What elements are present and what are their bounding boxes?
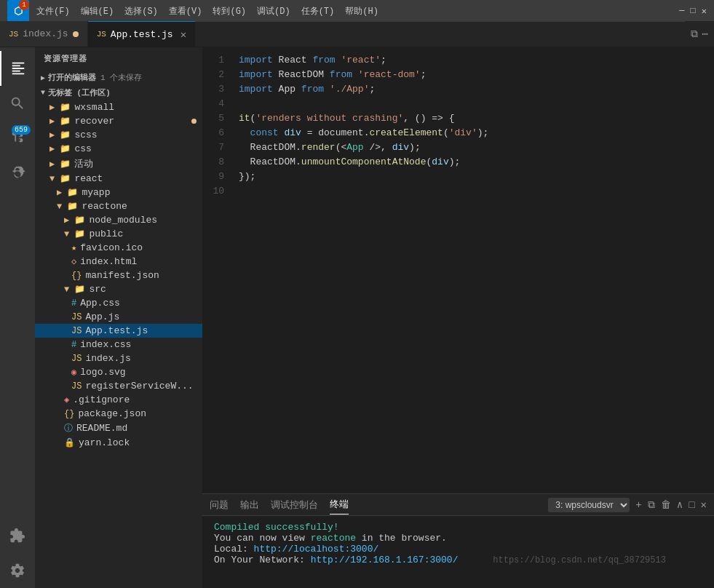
tree-item-wxsmall[interactable]: ▶ 📁 wxsmall (35, 100, 202, 114)
git-badge: 659 (12, 125, 31, 135)
tree-item-label: README.md (76, 423, 202, 434)
code-line-6: 6 const div = document.createElement('di… (202, 126, 714, 140)
tree-item-scss[interactable]: ▶ 📁 scss (35, 128, 202, 142)
svg-icon: ◉ (71, 367, 76, 378)
open-editors-label: 打开的编辑器 (48, 72, 96, 83)
workspace-chevron: ▼ (41, 89, 45, 97)
tab-bar: JS index.js JS App.test.js ✕ ⧉ ⋯ (0, 22, 714, 47)
maximize-terminal-btn[interactable]: □ (689, 499, 694, 511)
menu-view[interactable]: 查看(V) (169, 5, 202, 17)
line-number: 6 (202, 126, 239, 140)
tree-item-public[interactable]: ▼ 📁 public (35, 227, 202, 241)
js-icon: JS (71, 312, 82, 322)
open-editors-chevron: ▶ (41, 74, 45, 82)
activity-explorer[interactable] (0, 51, 35, 86)
tree-item-reactone[interactable]: ▼ 📁 reactone (35, 199, 202, 213)
tree-item-favicon[interactable]: ★ favicon.ico (35, 241, 202, 255)
terminal-tab-output[interactable]: 输出 (240, 496, 259, 514)
close-terminal-btn[interactable]: ✕ (701, 498, 707, 511)
terminal-tab-problems[interactable]: 问题 (210, 496, 229, 514)
code-text (239, 97, 245, 111)
line-number: 1 (202, 53, 239, 68)
tree-item-index-js[interactable]: JS index.js (35, 351, 202, 365)
tree-item-app-test-js[interactable]: JS App.test.js (35, 324, 202, 338)
delete-terminal-btn[interactable]: 🗑 (661, 499, 671, 511)
tree-item-label: yarn.lock (79, 437, 202, 448)
tree-item-react[interactable]: ▼ 📁 react (35, 172, 202, 186)
split-editor-btn[interactable]: ⧉ (691, 28, 698, 40)
line-number: 8 (202, 155, 239, 170)
file-tree: ▶ 📁 wxsmall ▶ 📁 recover ▶ 📁 scss ▶ 📁 css (35, 100, 202, 588)
line-number: 3 (202, 82, 239, 97)
terminal-tab-terminal[interactable]: 终端 (330, 495, 349, 514)
tree-item-index-css[interactable]: # index.css (35, 338, 202, 351)
tree-item-label: manifest.json (85, 270, 202, 281)
tree-item-manifest-json[interactable]: {} manifest.json (35, 269, 202, 282)
code-line-9: 9 }); (202, 170, 714, 184)
activity-git[interactable]: 659 (0, 121, 35, 156)
split-terminal-btn[interactable]: ⧉ (648, 499, 655, 511)
tree-item-yarn-lock[interactable]: 🔒 yarn.lock (35, 436, 202, 450)
tree-item-app-js[interactable]: JS App.js (35, 310, 202, 324)
activity-bar: 659 (0, 47, 35, 588)
new-terminal-btn[interactable]: + (635, 499, 641, 511)
code-text (239, 184, 245, 199)
code-text: ReactDOM.render(<App />, div); (239, 140, 421, 155)
tree-item-label: scss (74, 130, 202, 140)
code-line-10: 10 (202, 184, 714, 199)
minimize-btn[interactable]: ─ (679, 6, 684, 17)
menu-task[interactable]: 任务(T) (301, 5, 335, 17)
menu-select[interactable]: 选择(S) (124, 5, 158, 17)
more-actions-btn[interactable]: ⋯ (702, 28, 708, 40)
tab-label: index.js (23, 28, 68, 39)
tree-item-label: reactone (82, 201, 202, 212)
menu-help[interactable]: 帮助(H) (345, 5, 378, 17)
tree-item-label: react (74, 173, 202, 184)
open-editors-section[interactable]: ▶ 打开的编辑器 1 个未保存 (35, 70, 202, 85)
tree-item-gitignore[interactable]: ◈ .gitignore (35, 393, 202, 407)
tree-item-app-css[interactable]: # App.css (35, 296, 202, 310)
tree-item-label: public (89, 229, 202, 239)
titlebar: ⬡ 1 文件(F) 编辑(E) 选择(S) 查看(V) 转到(G) 调试(D) … (0, 0, 714, 22)
menu-debug[interactable]: 调试(D) (257, 5, 290, 17)
editor-content[interactable]: 1 import React from 'react'; 2 import Re… (202, 47, 714, 493)
activity-settings[interactable] (0, 553, 35, 588)
tree-item-css[interactable]: ▶ 📁 css (35, 142, 202, 156)
menu-bar: 文件(F) 编辑(E) 选择(S) 查看(V) 转到(G) 调试(D) 任务(T… (36, 5, 378, 17)
tree-item-myapp[interactable]: ▶ 📁 myapp (35, 186, 202, 199)
terminal-content[interactable]: Compiled successfully! You can now view … (202, 516, 714, 588)
tree-item-activity[interactable]: ▶ 📁 活动 (35, 156, 202, 172)
tree-item-readme[interactable]: ⓘ README.md (35, 421, 202, 436)
tree-item-package-json[interactable]: {} package.json (35, 407, 202, 421)
tab-app-test-js[interactable]: JS App.test.js ✕ (88, 21, 196, 47)
tree-item-node-modules[interactable]: ▶ 📁 node_modules (35, 213, 202, 227)
tree-item-label: logo.svg (80, 367, 202, 378)
tab-label-active: App.test.js (111, 29, 173, 40)
tree-item-register-sw[interactable]: JS registerServiceW... (35, 379, 202, 393)
tab-index-js[interactable]: JS index.js (0, 21, 88, 47)
maximize-btn[interactable]: □ (691, 6, 696, 17)
terminal-tab-debug-console[interactable]: 调试控制台 (271, 496, 318, 514)
activity-search[interactable] (0, 86, 35, 121)
code-text: import App from './App'; (239, 82, 375, 97)
tree-item-label: css (74, 143, 202, 154)
tree-item-logo-svg[interactable]: ◉ logo.svg (35, 365, 202, 379)
tree-item-recover[interactable]: ▶ 📁 recover (35, 114, 202, 128)
menu-file[interactable]: 文件(F) (36, 5, 70, 17)
close-btn[interactable]: ✕ (702, 6, 707, 17)
tab-close-btn[interactable]: ✕ (181, 28, 186, 41)
tree-item-src[interactable]: ▼ 📁 src (35, 282, 202, 296)
tree-item-label: node_modules (89, 215, 202, 226)
code-line-1: 1 import React from 'react'; (202, 53, 714, 68)
activity-debug[interactable] (0, 156, 35, 191)
workspace-section[interactable]: ▼ 无标签 (工作区) (35, 85, 202, 100)
tree-item-index-html[interactable]: ◇ index.html (35, 255, 202, 269)
folder-icon: ▶ 📁 (49, 116, 71, 127)
collapse-terminal-btn[interactable]: ∧ (677, 498, 683, 511)
menu-goto[interactable]: 转到(G) (213, 5, 246, 17)
activity-extensions[interactable] (0, 518, 35, 553)
menu-edit[interactable]: 编辑(E) (81, 5, 114, 17)
terminal-controls: 3: wpscloudsvr + ⧉ 🗑 ∧ □ ✕ (548, 498, 707, 512)
terminal-network-label: On Your Network: (214, 555, 311, 565)
terminal-instance-selector[interactable]: 3: wpscloudsvr (548, 498, 630, 512)
